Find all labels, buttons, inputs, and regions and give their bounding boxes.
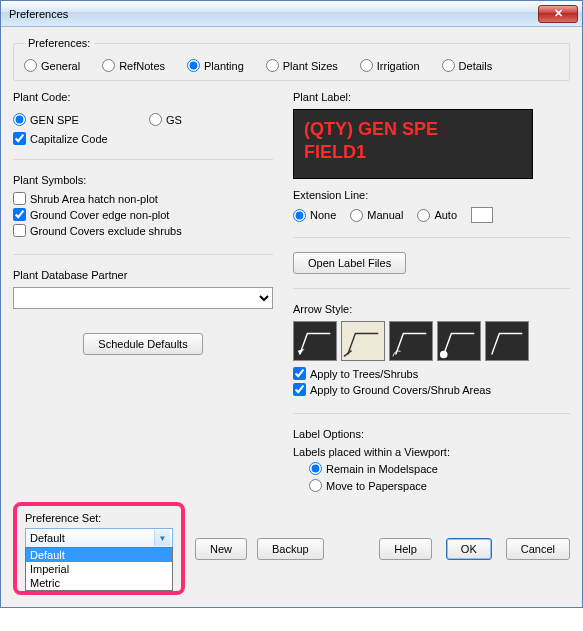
- label-options-group: Label Options: Labels placed within a Vi…: [293, 428, 570, 496]
- pref-option-default[interactable]: Default: [26, 548, 172, 562]
- preview-line1: (QTY) GEN SPE: [304, 118, 522, 141]
- check-gc-edge[interactable]: Ground Cover edge non-plot: [13, 208, 273, 221]
- plant-symbols-title: Plant Symbols:: [13, 174, 273, 186]
- plant-label-preview: (QTY) GEN SPE FIELD1: [293, 109, 533, 179]
- pref-radio-refnotes[interactable]: RefNotes: [102, 59, 165, 72]
- check-apply-trees[interactable]: Apply to Trees/Shrubs: [293, 367, 570, 380]
- preferences-window: Preferences ✕ Preferences: General RefNo…: [0, 0, 583, 608]
- open-label-files-button[interactable]: Open Label Files: [293, 252, 406, 274]
- backup-button[interactable]: Backup: [257, 538, 324, 560]
- check-apply-gc[interactable]: Apply to Ground Covers/Shrub Areas: [293, 383, 570, 396]
- db-partner-select[interactable]: [13, 287, 273, 309]
- extension-line-title: Extension Line:: [293, 189, 570, 201]
- help-button[interactable]: Help: [379, 538, 432, 560]
- radio-remain-modelspace[interactable]: Remain in Modelspace: [293, 462, 570, 475]
- radio-gen-spe[interactable]: GEN SPE: [13, 113, 79, 126]
- arrow-style-1[interactable]: [293, 321, 337, 361]
- svg-line-1: [344, 351, 352, 357]
- check-shrub-hatch[interactable]: Shrub Area hatch non-plot: [13, 192, 273, 205]
- cancel-button[interactable]: Cancel: [506, 538, 570, 560]
- preference-set-label: Preference Set:: [25, 512, 173, 524]
- arrow-style-title: Arrow Style:: [293, 303, 570, 315]
- pref-radio-general[interactable]: General: [24, 59, 80, 72]
- close-icon: ✕: [554, 7, 563, 20]
- close-button[interactable]: ✕: [538, 5, 578, 23]
- new-button[interactable]: New: [195, 538, 247, 560]
- pref-radio-planting[interactable]: Planting: [187, 59, 244, 72]
- db-partner-group: Plant Database Partner: [13, 269, 273, 309]
- arrow-style-5[interactable]: [485, 321, 529, 361]
- pref-option-imperial[interactable]: Imperial: [26, 562, 172, 576]
- preferences-group: Preferences: General RefNotes Planting P…: [13, 37, 570, 81]
- radio-gs[interactable]: GS: [149, 113, 182, 126]
- ext-color-swatch[interactable]: [471, 207, 493, 223]
- schedule-defaults-button[interactable]: Schedule Defaults: [83, 333, 202, 355]
- chevron-down-icon: ▼: [154, 530, 170, 546]
- preference-set-dropdown[interactable]: Default Imperial Metric: [25, 547, 173, 591]
- arrow-style-4[interactable]: [437, 321, 481, 361]
- svg-point-2: [440, 351, 448, 359]
- preference-set-highlight: Preference Set: Default ▼ Default Imperi…: [13, 502, 185, 595]
- ok-button[interactable]: OK: [446, 538, 492, 560]
- preview-line2: FIELD1: [304, 141, 522, 164]
- preferences-legend: Preferences:: [24, 37, 94, 49]
- preference-set-value: Default: [30, 532, 65, 544]
- arrow-style-3[interactable]: [389, 321, 433, 361]
- plant-code-title: Plant Code:: [13, 91, 273, 103]
- plant-label-group: Plant Label: (QTY) GEN SPE FIELD1: [293, 91, 570, 179]
- plant-label-title: Plant Label:: [293, 91, 570, 103]
- pref-radio-plantsizes[interactable]: Plant Sizes: [266, 59, 338, 72]
- label-options-title: Label Options:: [293, 428, 570, 440]
- check-capitalize-code[interactable]: Capitalize Code: [13, 132, 273, 145]
- preference-set-combo[interactable]: Default ▼: [25, 528, 173, 548]
- plant-symbols-group: Plant Symbols: Shrub Area hatch non-plot…: [13, 174, 273, 240]
- radio-ext-none[interactable]: None: [293, 209, 336, 222]
- arrow-style-group: Arrow Style: Apply to Trees/Shrubs Apply…: [293, 303, 570, 399]
- radio-move-paperspace[interactable]: Move to Paperspace: [293, 479, 570, 492]
- radio-ext-auto[interactable]: Auto: [417, 209, 457, 222]
- label-options-subtitle: Labels placed within a Viewport:: [293, 446, 570, 458]
- pref-radio-details[interactable]: Details: [442, 59, 493, 72]
- pref-option-metric[interactable]: Metric: [26, 576, 172, 590]
- plant-code-group: Plant Code: GEN SPE GS Capitalize Code: [13, 91, 273, 145]
- db-partner-title: Plant Database Partner: [13, 269, 273, 281]
- arrow-style-2[interactable]: [341, 321, 385, 361]
- titlebar[interactable]: Preferences ✕: [1, 1, 582, 27]
- window-title: Preferences: [9, 8, 538, 20]
- extension-line-group: Extension Line: None Manual Auto: [293, 189, 570, 223]
- check-gc-exclude[interactable]: Ground Covers exclude shrubs: [13, 224, 273, 237]
- radio-ext-manual[interactable]: Manual: [350, 209, 403, 222]
- pref-radio-irrigation[interactable]: Irrigation: [360, 59, 420, 72]
